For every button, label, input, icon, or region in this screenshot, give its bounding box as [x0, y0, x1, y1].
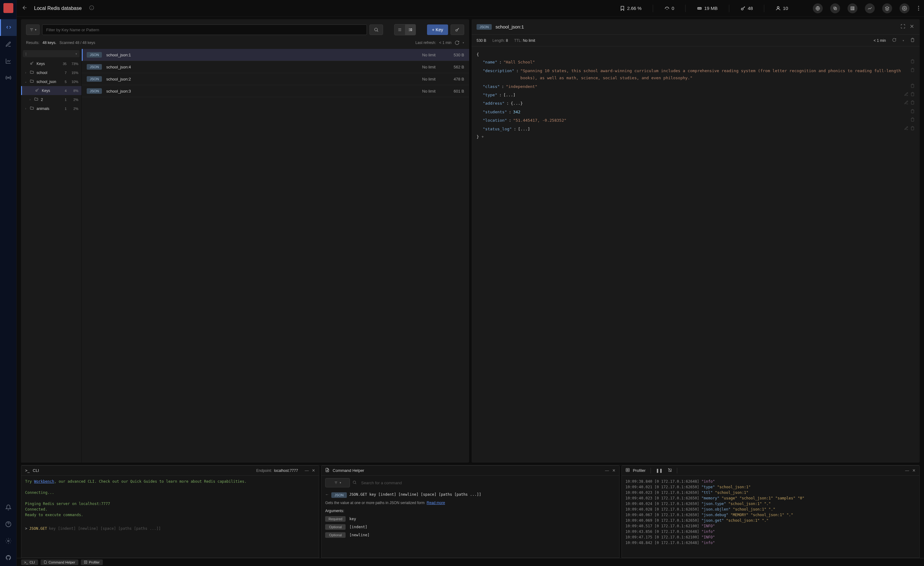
profiler-close-icon[interactable]: ✕ — [912, 468, 916, 473]
back-button[interactable] — [22, 5, 28, 12]
footer-tab-cli[interactable]: >_CLI — [21, 560, 38, 565]
view-tree-button[interactable] — [405, 24, 416, 35]
tree-delimiter-select[interactable]: : ▾ — [23, 50, 80, 57]
delete-key-icon[interactable] — [910, 38, 915, 43]
key-row[interactable]: JSONschool_json:3No limit601 B — [82, 85, 469, 97]
helper-back-icon[interactable]: ← — [325, 492, 329, 497]
helper-filter-button[interactable]: ▾ — [325, 478, 350, 487]
nav-help-icon[interactable] — [0, 516, 17, 533]
info-icon[interactable] — [89, 5, 94, 11]
details-refresh-icon[interactable] — [892, 38, 897, 43]
topbar-settings-icon[interactable] — [900, 3, 909, 13]
delete-field-icon[interactable] — [910, 59, 915, 66]
json-value: "Spanning 10 states, this school award-w… — [520, 67, 909, 82]
topbar-action-1[interactable] — [813, 3, 823, 13]
helper-search-input[interactable] — [359, 479, 615, 487]
search-button[interactable] — [369, 24, 383, 35]
delete-field-icon[interactable] — [910, 100, 915, 107]
tree-item[interactable]: Keys3573% — [21, 59, 81, 68]
profiler-line: 10:09:40.028 [0 172.17.0.1:62650] "json.… — [626, 507, 916, 512]
cli-panel: >_ CLI Endpoint: localhost:7777 — ✕ Try … — [21, 465, 319, 558]
nav-github-icon[interactable] — [0, 549, 17, 566]
database-title: Local Redis database — [34, 6, 82, 11]
profiler-clear-icon[interactable] — [668, 468, 672, 473]
stat-memory: 19 MB — [692, 6, 722, 11]
cli-close-icon[interactable]: ✕ — [312, 468, 315, 473]
topbar-action-4[interactable] — [865, 3, 875, 13]
nav-browser-icon[interactable] — [0, 19, 17, 36]
tree-item[interactable]: ⌄school_json510% — [21, 77, 81, 86]
cli-output[interactable]: Try Workbench, our advanced CLI. Check o… — [21, 476, 319, 558]
refresh-dropdown-icon[interactable]: ▾ — [463, 41, 464, 44]
workbench-link[interactable]: Workbench — [34, 479, 54, 483]
json-field-row: "type" : [...] — [483, 91, 915, 99]
filter-type-button[interactable]: ▾ — [26, 24, 40, 35]
nav-workbench-icon[interactable] — [0, 36, 17, 53]
details-refresh-time: < 1 min — [873, 38, 886, 43]
tree-item[interactable]: ›school715% — [21, 68, 81, 77]
tree-item[interactable]: ›animals12% — [21, 104, 81, 113]
delete-field-icon[interactable] — [910, 92, 915, 99]
arg-badge: Optional — [325, 532, 346, 538]
stat-commands-value: 0 — [672, 6, 674, 11]
helper-icon — [325, 468, 330, 473]
bulk-actions-button[interactable] — [450, 24, 464, 35]
key-ttl: No limit — [417, 77, 441, 81]
folder-icon — [30, 79, 34, 84]
edit-field-icon[interactable] — [904, 125, 909, 132]
view-list-button[interactable] — [394, 24, 405, 35]
read-more-link[interactable]: Read more — [427, 501, 445, 505]
topbar-action-2[interactable] — [830, 3, 840, 13]
nav-settings-icon[interactable] — [0, 533, 17, 549]
key-row[interactable]: JSONschool_json:2No limit478 B — [82, 73, 469, 85]
nav-notifications-icon[interactable] — [0, 499, 17, 516]
key-name: school_json:1 — [106, 53, 412, 57]
details-type-badge: JSON — [477, 24, 492, 30]
delete-field-icon[interactable] — [910, 67, 915, 74]
topbar-action-3[interactable] — [848, 3, 857, 13]
key-type-badge: JSON — [87, 76, 102, 82]
search-input[interactable] — [42, 24, 367, 35]
key-row[interactable]: JSONschool_json:1No limit530 B — [82, 49, 469, 61]
edit-field-icon[interactable] — [904, 100, 909, 107]
profiler-line: 10:09:40.517 [0 172.17.0.1:62100] "INFO" — [626, 523, 916, 529]
stat-memory-value: 19 MB — [704, 6, 717, 11]
details-refresh-dropdown[interactable]: ▾ — [903, 39, 904, 42]
topbar-action-5[interactable] — [882, 3, 892, 13]
tree-item-pct: 2% — [69, 98, 78, 102]
helper-close-icon[interactable]: ✕ — [612, 468, 616, 473]
tree-item[interactable]: ›212% — [21, 95, 81, 104]
arg-name: [newline] — [349, 533, 369, 537]
delete-field-icon[interactable] — [910, 83, 915, 90]
redis-logo[interactable] — [3, 3, 14, 13]
results-label: Results: — [26, 41, 39, 45]
refresh-button[interactable] — [454, 40, 459, 45]
helper-minimize-icon[interactable]: — — [605, 468, 609, 473]
profiler-line: 10:09:40.021 [0 172.17.0.1:62650] "type"… — [626, 484, 916, 490]
profiler-output[interactable]: 10:09:38.840 [0 172.17.0.1:62648] "info"… — [622, 476, 920, 558]
svg-rect-17 — [626, 468, 629, 472]
json-field-row: "status_log" : [...] — [483, 125, 915, 133]
delete-field-icon[interactable] — [910, 117, 915, 124]
fullscreen-icon[interactable] — [900, 24, 905, 30]
delete-field-icon[interactable] — [910, 125, 915, 132]
key-row[interactable]: JSONschool_json:4No limit562 B — [82, 61, 469, 73]
chevron-icon: › — [28, 98, 32, 101]
close-details-icon[interactable] — [909, 24, 915, 30]
profiler-minimize-icon[interactable]: — — [905, 468, 909, 473]
nav-analytics-icon[interactable] — [0, 53, 17, 69]
delete-field-icon[interactable] — [910, 108, 915, 116]
add-key-button[interactable]: + Key — [427, 24, 448, 35]
footer-tab-helper[interactable]: Command Helper — [40, 560, 78, 565]
footer-tab-profiler[interactable]: Profiler — [81, 560, 103, 565]
cli-minimize-icon[interactable]: — — [305, 468, 309, 473]
key-ttl: No limit — [417, 89, 441, 93]
stat-cpu: 2.66 % — [615, 6, 646, 11]
tree-item[interactable]: Keys48% — [21, 86, 81, 95]
tree-item-count: 4 — [60, 89, 67, 93]
profiler-pause-icon[interactable]: ❚❚ — [656, 468, 663, 473]
nav-pubsub-icon[interactable] — [0, 69, 17, 86]
edit-field-icon[interactable] — [904, 92, 909, 99]
topbar-more-icon[interactable] — [918, 6, 919, 11]
add-field-icon[interactable]: + — [482, 133, 484, 140]
